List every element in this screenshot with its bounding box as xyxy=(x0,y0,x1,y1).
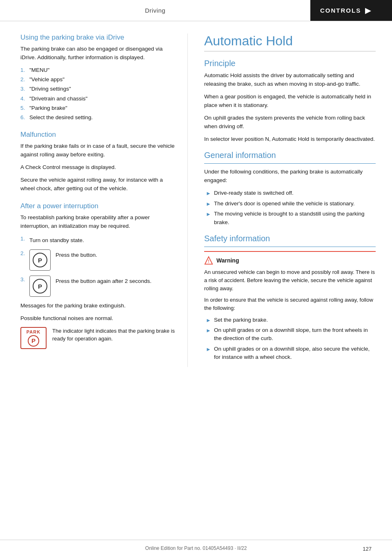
list-item: ►The driver's door is opened while the v… xyxy=(206,200,376,208)
warning-header: ! Warning xyxy=(204,256,376,265)
arrow-icon: ► xyxy=(206,189,214,198)
park-indicator-row: PARK P The indicator light indicates tha… xyxy=(20,327,175,349)
warning-text-1: An unsecured vehicle can begin to move a… xyxy=(204,268,376,293)
header-controls-label: CONTROLS ▶ xyxy=(310,0,392,21)
arrow-icon: ► xyxy=(206,200,214,208)
page-content: Using the parking brake via iDrive The p… xyxy=(0,21,392,367)
park-indicator-text: The indicator light indicates that the p… xyxy=(52,327,175,343)
malfunction-text-3: Secure the vehicle against rolling away,… xyxy=(20,176,175,193)
step-number: 4. xyxy=(20,95,29,103)
malfunction-text-2: A Check Control message is displayed. xyxy=(20,163,175,172)
bullet-text: Drive-ready state is switched off. xyxy=(214,189,294,197)
arrow-icon: ► xyxy=(206,210,214,218)
warning-bullets-list: ►Set the parking brake. ►On uphill grade… xyxy=(204,316,376,362)
page-header: Driving CONTROLS ▶ xyxy=(0,0,392,21)
power-step-3: 3. P Press the button again after 2 seco… xyxy=(20,276,175,297)
general-intro: Under the following conditions, the park… xyxy=(204,168,376,185)
arrow-icon: ► xyxy=(206,316,214,325)
principle-text-4: In selector lever position N, Automatic … xyxy=(204,135,376,144)
step-1-text: Turn on standby state. xyxy=(29,235,84,245)
step-1-number: 1. xyxy=(20,235,29,242)
principle-text-1: Automatic Hold assists the driver by aut… xyxy=(204,71,376,89)
principle-text-2: When a gear position is engaged, the veh… xyxy=(204,93,376,110)
power-heading: After a power interruption xyxy=(20,202,175,210)
arrow-icon: ► xyxy=(206,345,214,354)
title-divider xyxy=(204,51,376,51)
left-column: Using the parking brake via iDrive The p… xyxy=(0,33,188,367)
malfunction-heading: Malfunction xyxy=(20,131,175,139)
bullet-text: The driver's door is opened while the ve… xyxy=(214,200,355,208)
svg-text:!: ! xyxy=(208,259,209,264)
controls-text: CONTROLS xyxy=(320,7,361,14)
power-step-1: 1. Turn on standby state. xyxy=(20,235,175,245)
right-column: Automatic Hold Principle Automatic Hold … xyxy=(188,33,392,367)
bullet-text: The moving vehicle is brought to a stand… xyxy=(214,210,376,227)
list-item: ►On uphill grades or on a downhill slope… xyxy=(206,345,376,362)
step-2-text: Press the button. xyxy=(56,249,97,259)
step-3-icon: P xyxy=(29,276,51,297)
p-circle-icon: P xyxy=(33,253,47,267)
bullet-text: On uphill grades or on a downhill slope,… xyxy=(214,326,376,343)
step-text: "Drivetrain and chassis" xyxy=(29,95,87,103)
header-arrow-icon: ▶ xyxy=(365,6,372,15)
list-item: ►On uphill grades or on a downhill slope… xyxy=(206,326,376,343)
park-p-icon: P xyxy=(28,335,39,347)
warning-triangle-icon: ! xyxy=(204,256,213,265)
warning-box: ! Warning An unsecured vehicle can begin… xyxy=(204,251,376,361)
general-info-heading: General information xyxy=(204,151,376,160)
step-number: 3. xyxy=(20,85,29,93)
list-item: 5."Parking brake" xyxy=(20,104,175,112)
safety-divider xyxy=(204,247,376,247)
step-text: Select the desired setting. xyxy=(29,113,93,122)
malfunction-text-1: If the parking brake fails or in case of… xyxy=(20,142,175,159)
idrive-heading: Using the parking brake via iDrive xyxy=(20,33,175,42)
step-number: 5. xyxy=(20,104,29,112)
list-item: 6.Select the desired setting. xyxy=(20,113,175,122)
idrive-steps-list: 1."MENU" 2."Vehicle apps" 3."Driving set… xyxy=(20,66,175,122)
list-item: ►Set the parking brake. xyxy=(206,316,376,325)
step-number: 2. xyxy=(20,76,29,84)
list-item: 2."Vehicle apps" xyxy=(20,76,175,84)
footer-text: Online Edition for Part no. 01405A54493 … xyxy=(145,545,247,551)
list-item: 4."Drivetrain and chassis" xyxy=(20,95,175,103)
list-item: ►Drive-ready state is switched off. xyxy=(206,189,376,198)
step-text: "Vehicle apps" xyxy=(29,76,65,84)
bullet-text: Set the parking brake. xyxy=(214,316,268,324)
step-3-text: Press the button again after 2 seconds. xyxy=(56,276,151,285)
list-item: 1."MENU" xyxy=(20,66,175,74)
general-divider xyxy=(204,163,376,164)
step-2-icon: P xyxy=(29,249,51,271)
list-item: 3."Driving settings" xyxy=(20,85,175,93)
page-footer: Online Edition for Part no. 01405A54493 … xyxy=(0,540,392,556)
general-bullets-list: ►Drive-ready state is switched off. ►The… xyxy=(204,189,376,227)
step-text: "Parking brake" xyxy=(29,104,67,112)
safety-info-heading: Safety information xyxy=(204,234,376,243)
messages-text-2: Possible functional noises are normal. xyxy=(20,314,175,323)
principle-heading: Principle xyxy=(204,59,376,68)
arrow-icon: ► xyxy=(206,327,214,335)
power-text: To reestablish parking brake operability… xyxy=(20,214,175,231)
idrive-intro: The parking brake can also be engaged or… xyxy=(20,45,175,62)
step-text: "Driving settings" xyxy=(29,85,71,93)
p-circle-icon-2: P xyxy=(33,279,47,294)
auto-hold-heading: Automatic Hold xyxy=(204,33,376,49)
power-step-2: 2. P Press the button. xyxy=(20,249,175,271)
principle-text-3: On uphill grades the system prevents the… xyxy=(204,114,376,131)
park-label: PARK xyxy=(27,329,40,334)
park-indicator-box: PARK P xyxy=(20,327,47,349)
step-number: 6. xyxy=(20,113,29,122)
warning-label: Warning xyxy=(216,257,239,264)
list-item: ►The moving vehicle is brought to a stan… xyxy=(206,210,376,227)
step-text: "MENU" xyxy=(29,66,49,74)
page-number: 127 xyxy=(363,546,372,552)
step-number: 1. xyxy=(20,66,29,74)
messages-text-1: Messages for the parking brake extinguis… xyxy=(20,302,175,310)
bullet-text: On uphill grades or on a downhill slope,… xyxy=(214,345,376,362)
step-3-number: 3. xyxy=(20,276,29,282)
warning-text-2: In order to ensure that the vehicle is s… xyxy=(204,296,376,312)
step-2-number: 2. xyxy=(20,249,29,256)
header-driving-label: Driving xyxy=(0,0,310,21)
driving-text: Driving xyxy=(145,7,165,14)
